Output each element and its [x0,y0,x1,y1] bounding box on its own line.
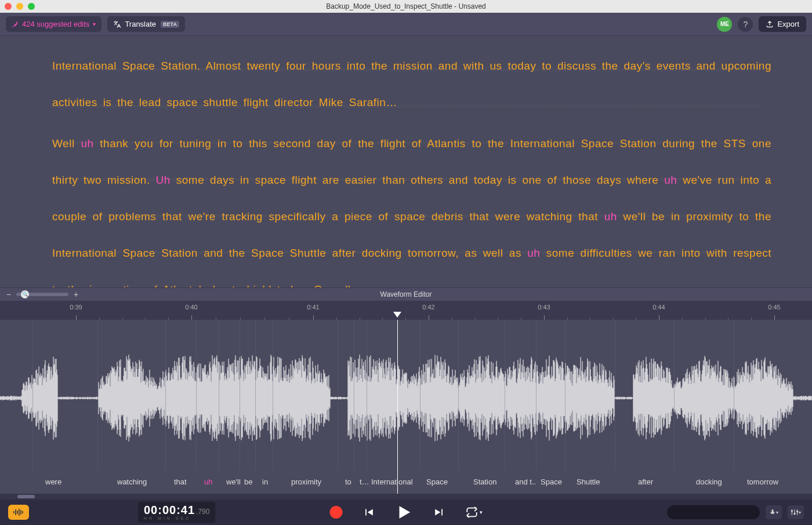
timeline-word[interactable]: Shuttle [577,477,600,486]
filler-word[interactable]: uh [81,137,93,150]
transport-bar: 00:00:41.790 HR MIN SEC ▾ ▾ ▾ [0,500,812,525]
loop-icon [466,506,478,519]
suggested-edits-label: 424 suggested edits [22,20,89,28]
sliders-icon [791,508,799,516]
svg-point-10 [794,513,795,514]
waveform-header: − 🔍 + Waveform Editor [0,287,812,301]
scrollbar-thumb[interactable] [17,495,35,498]
mic-button[interactable]: ▾ [766,505,782,519]
filler-word[interactable]: uh [664,174,677,186]
export-button[interactable]: Export [759,16,806,32]
timeline-word[interactable]: tomorrow [747,477,778,486]
timeline-word[interactable]: International [371,477,413,486]
waveform-display[interactable] [0,320,812,476]
timeline-word[interactable]: uh [204,477,212,486]
user-avatar[interactable]: ME [717,17,732,32]
timeline-word[interactable]: Space [426,477,448,486]
filler-word[interactable]: Uh [156,174,171,186]
skip-forward-button[interactable] [433,506,446,519]
waveform-title: Waveform Editor [0,290,812,298]
timecode-labels: HR MIN SEC [144,516,191,520]
timecode-ms: .790 [196,508,209,516]
timeline-word[interactable]: we'll [226,477,241,486]
filler-word[interactable]: uh [604,210,617,223]
waveform-scrollbar[interactable] [0,494,812,500]
help-button[interactable]: ? [738,17,753,32]
timeline-word[interactable]: that [174,477,187,486]
upload-icon [766,20,774,28]
playhead-line[interactable] [397,320,398,494]
record-button[interactable] [330,506,343,519]
timeline-word[interactable]: and t.. [515,477,536,486]
timeline-word[interactable]: were [45,477,61,486]
beta-badge: BETA [161,21,179,28]
play-icon [395,503,414,522]
loop-button[interactable]: ▾ [466,506,483,519]
timeline-word[interactable]: Space [541,477,562,486]
chevron-down-icon: ▾ [480,509,483,515]
transcript-text[interactable]: some days in space flight are easier tha… [171,174,664,186]
timeline-ruler[interactable]: 0:390:400:410:420:430:440:45 [0,301,812,320]
suggested-edits-button[interactable]: 424 suggested edits ▾ [6,16,102,32]
timeline-word[interactable]: t… [360,477,369,486]
word-timeline: werewatchingthatuhwe'llbeinproximitytot…… [0,477,812,487]
transcript-paragraph[interactable]: Well uh thank you for tuning in to this … [52,125,771,287]
waveform-area[interactable]: werewatchingthatuhwe'llbeinproximitytot…… [0,320,812,494]
transcript-text[interactable]: Well [52,137,81,150]
playhead-marker[interactable] [393,312,401,318]
timeline-word[interactable]: to [345,477,351,486]
top-toolbar: 424 suggested edits ▾ Translate BETA ME … [0,13,812,36]
settings-button[interactable]: ▾ [788,505,804,519]
waveform-icon [13,508,24,516]
timecode-value: 00:00:41 [144,504,195,516]
transcript-area[interactable]: International Space Station. Almost twen… [0,36,812,287]
timeline-word[interactable]: proximity [291,477,321,486]
window-titlebar: Backup_Mode_Used_to_Inspect_Shuttle - Un… [0,0,812,13]
search-input[interactable] [667,505,760,519]
svg-point-9 [791,511,792,512]
wand-icon [12,21,19,28]
translate-label: Translate [125,20,156,28]
timeline-word[interactable]: docking [696,477,722,486]
timeline-word[interactable]: in [262,477,268,486]
chevron-down-icon: ▾ [93,21,96,27]
window-title: Backup_Mode_Used_to_Inspect_Shuttle - Un… [0,2,812,10]
timeline-word[interactable]: watching [117,477,147,486]
transcript-text[interactable]: lead space shuttle flight director Mike … [139,96,397,108]
timeline-word[interactable]: Station [473,477,496,486]
timeline-word[interactable]: after [638,477,653,486]
timeline-word[interactable]: be [244,477,252,486]
filler-word[interactable]: uh [527,247,540,259]
skip-back-button[interactable] [362,506,375,519]
timecode-display: 00:00:41.790 HR MIN SEC [138,502,215,523]
transcript-paragraph[interactable]: International Space Station. Almost twen… [52,48,771,121]
export-label: Export [777,20,799,28]
translate-icon [113,20,121,28]
translate-button[interactable]: Translate BETA [107,16,185,32]
waveform-toggle-button[interactable] [8,505,29,520]
play-button[interactable] [395,503,414,522]
mic-icon [769,509,776,516]
skip-back-icon [362,506,375,519]
svg-point-11 [797,511,798,512]
skip-forward-icon [433,506,446,519]
